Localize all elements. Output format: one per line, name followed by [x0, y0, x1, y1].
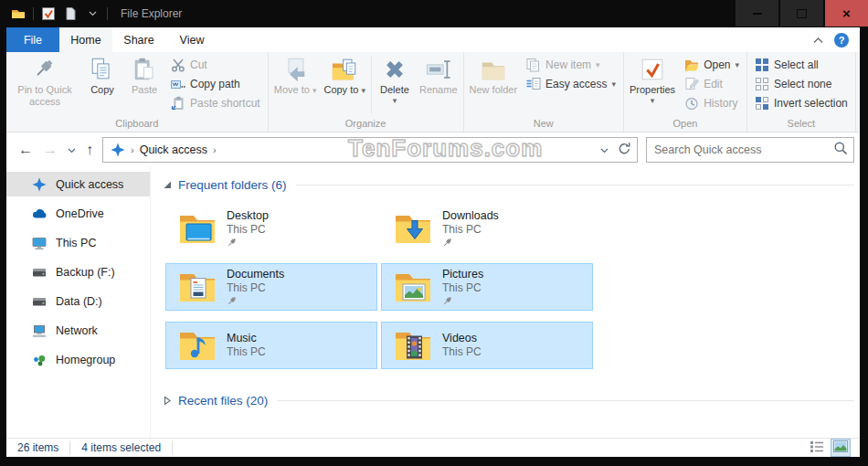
tab-file[interactable]: File	[6, 27, 59, 52]
sidebar-item-network[interactable]: Network	[6, 318, 150, 343]
app-folder-icon	[11, 6, 26, 21]
minimize-button[interactable]	[736, 0, 778, 26]
breadcrumb-chevron[interactable]: ›	[131, 144, 134, 155]
drive-icon	[32, 265, 47, 280]
sidebar-item-onedrive[interactable]: OneDrive	[6, 201, 150, 226]
button-label: Delete	[380, 84, 409, 96]
navigation-bar: ← → ↑ › Quick access ›	[6, 132, 860, 166]
this-pc-icon	[32, 236, 47, 250]
copy-icon	[89, 56, 116, 83]
copy-path-button[interactable]: Copy path	[165, 74, 266, 93]
history-button[interactable]: History	[679, 93, 745, 112]
pin-to-quick-access-button[interactable]: Pin to Quick access	[8, 53, 81, 116]
ribbon-group-label: Clipboard	[6, 117, 268, 132]
rename-button[interactable]: Rename	[416, 53, 461, 116]
paste-button[interactable]: Paste	[123, 53, 165, 116]
section-header-frequent-folders[interactable]: Frequent folders (6)	[162, 175, 854, 194]
new-folder-icon	[480, 56, 507, 83]
paste-shortcut-icon	[171, 96, 185, 111]
recent-locations-chevron-icon[interactable]	[68, 143, 76, 156]
maximize-button[interactable]	[780, 0, 823, 26]
sidebar-item-quick-access[interactable]: Quick access	[6, 172, 150, 196]
invert-selection-icon	[755, 96, 769, 111]
search-input[interactable]	[654, 143, 833, 156]
refresh-icon[interactable]	[618, 142, 631, 158]
navigation-pane: Quick accessOneDriveThis PCBackup (F:)Da…	[6, 166, 151, 438]
move-to-button[interactable]: Move to ▾	[270, 53, 321, 116]
toolbar-separator	[107, 7, 108, 20]
open-folder-icon	[684, 58, 699, 72]
help-button[interactable]: ?	[834, 33, 849, 48]
select-all-button[interactable]: Select all	[749, 55, 853, 74]
collapse-section-icon[interactable]	[162, 180, 173, 189]
ribbon-group-select: Select allSelect noneInvert selectionSel…	[747, 52, 856, 132]
folder-tile-desktop[interactable]: DesktopThis PC	[165, 205, 377, 252]
folder-tile-pictures[interactable]: PicturesThis PC	[381, 263, 593, 311]
up-button[interactable]: ↑	[86, 143, 93, 157]
details-view-button[interactable]	[807, 439, 827, 457]
expand-section-icon[interactable]	[162, 396, 173, 406]
folder-tile-documents[interactable]: DocumentsThis PC	[165, 263, 377, 311]
sidebar-item-data-d-[interactable]: Data (D:)	[6, 289, 150, 313]
copy-to-button[interactable]: Copy to ▾	[320, 53, 369, 116]
ribbon-group-label: New	[464, 117, 623, 132]
collapse-ribbon-icon[interactable]	[813, 34, 823, 47]
close-button[interactable]: ×	[825, 0, 868, 26]
tab-view[interactable]: View	[165, 27, 218, 52]
search-box[interactable]	[646, 137, 854, 163]
button-label: New item	[545, 58, 591, 71]
copy-button[interactable]: Copy	[81, 53, 123, 116]
section-rule	[277, 400, 854, 401]
delete-button[interactable]: Delete▾	[374, 53, 416, 116]
breadcrumb-chevron[interactable]: ›	[213, 144, 217, 155]
section-title[interactable]: Frequent folders (6)	[178, 178, 287, 192]
section-rule	[296, 185, 854, 185]
cut-button[interactable]: Cut	[165, 55, 266, 74]
rename-icon	[425, 56, 452, 83]
minimize-icon	[753, 13, 762, 15]
properties-button[interactable]: Properties▾	[626, 53, 679, 116]
search-icon[interactable]	[833, 141, 848, 158]
customize-toolbar-chevron-icon[interactable]	[85, 6, 100, 21]
section-header-recent-files[interactable]: Recent files (20)	[162, 391, 854, 409]
address-dropdown-chevron-icon[interactable]	[600, 143, 609, 156]
sidebar-item-backup-f-[interactable]: Backup (F:)	[6, 259, 150, 284]
new-item-icon	[526, 58, 541, 72]
history-icon	[684, 96, 699, 111]
folder-name: Documents	[227, 268, 284, 281]
back-button[interactable]: ←	[18, 143, 33, 157]
edit-button[interactable]: Edit	[679, 74, 745, 93]
new-item-button[interactable]: New item▾	[521, 55, 621, 74]
network-icon	[32, 323, 47, 338]
address-bar[interactable]: › Quick access ›	[102, 137, 638, 163]
folder-tile-music[interactable]: MusicThis PC	[165, 322, 377, 369]
folder-tile-downloads[interactable]: DownloadsThis PC	[381, 205, 593, 252]
large-icons-view-icon	[833, 440, 848, 455]
folder-location: This PC	[442, 345, 482, 359]
sidebar-item-homegroup[interactable]: Homegroup	[6, 347, 150, 372]
large-icons-view-button[interactable]	[831, 439, 851, 457]
ribbon-tab-bar: File Home Share View ?	[6, 27, 860, 52]
forward-button[interactable]: →	[43, 143, 58, 157]
select-all-icon	[755, 58, 769, 72]
explorer-body: Quick accessOneDriveThis PCBackup (F:)Da…	[6, 166, 860, 438]
select-none-button[interactable]: Select none	[749, 74, 853, 93]
breadcrumb-location[interactable]: Quick access	[140, 143, 207, 156]
tab-share[interactable]: Share	[112, 27, 165, 52]
easy-access-button[interactable]: Easy access▾	[521, 74, 621, 93]
folder-tile-videos[interactable]: VideosThis PC	[381, 322, 593, 369]
window-title: File Explorer	[121, 7, 182, 20]
invert-selection-button[interactable]: Invert selection	[749, 93, 853, 112]
new-folder-quick-icon[interactable]	[63, 6, 78, 21]
open-button[interactable]: Open▾	[679, 55, 745, 74]
properties-quick-icon[interactable]	[41, 6, 56, 21]
new-folder-button[interactable]: New folder	[466, 53, 522, 116]
sidebar-item-this-pc[interactable]: This PC	[6, 230, 150, 255]
section-title[interactable]: Recent files (20)	[178, 394, 268, 408]
toolbar-separator	[33, 7, 34, 20]
ribbon-group-open: Properties▾Open▾EditHistoryOpen	[624, 52, 747, 132]
paste-shortcut-button[interactable]: Paste shortcut	[165, 93, 266, 112]
folder-location: This PC	[442, 281, 483, 295]
tab-home[interactable]: Home	[59, 27, 112, 52]
quick-access-toolbar: File Explorer	[0, 6, 182, 21]
